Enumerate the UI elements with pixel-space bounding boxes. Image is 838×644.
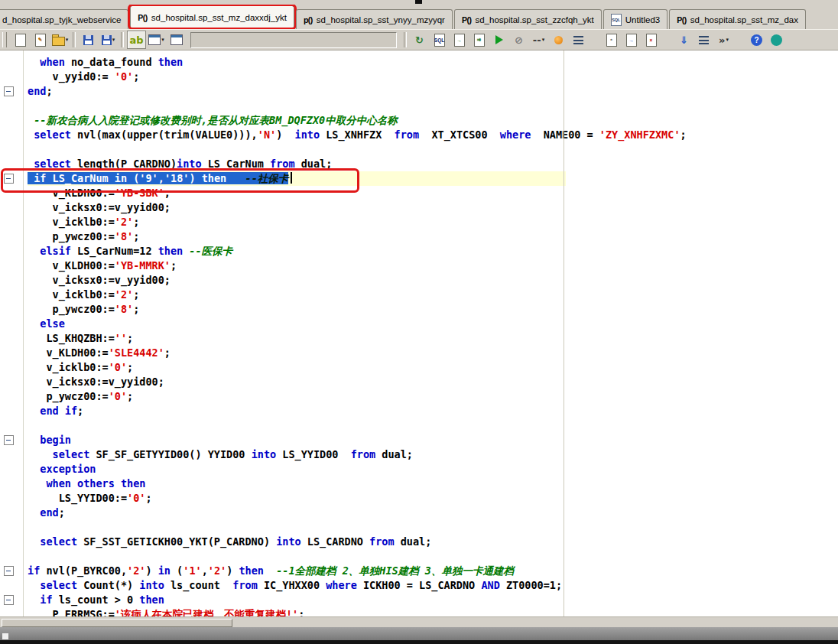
- code-line[interactable]: v_KLDH00:='YB-MMRK';: [28, 259, 566, 273]
- dropdown-caret-icon: ▾: [726, 37, 729, 43]
- comment-button[interactable]: --▾: [529, 31, 548, 49]
- code-line[interactable]: select length(P_CARDNO)into LS_CarNum fr…: [28, 157, 566, 171]
- refresh-icon: ↻: [415, 35, 424, 45]
- open-file-icon: [52, 37, 65, 46]
- breakpoint-icon: [554, 36, 563, 44]
- sql-window-button[interactable]: SQL: [430, 31, 449, 49]
- describe-button[interactable]: ab: [127, 31, 146, 49]
- code-line[interactable]: [28, 520, 566, 535]
- code-area[interactable]: when no_data_found then v_yyid0:= '0';en…: [24, 50, 838, 616]
- toolbar-gap: [734, 40, 746, 41]
- page-search-button[interactable]: ∘: [602, 31, 621, 49]
- more-button[interactable]: »▾: [714, 31, 733, 49]
- code-line[interactable]: end;: [28, 84, 566, 99]
- help-button[interactable]: ?: [747, 31, 766, 49]
- code-line[interactable]: v_icksx0:=v_yyid00;: [28, 200, 566, 215]
- dropdown-caret-icon: ▾: [66, 37, 69, 43]
- new-file-button[interactable]: [11, 31, 30, 49]
- code-line[interactable]: --新农合病人入院登记或修改费别时,是否从对应表BM_DQFZX0中取分中心名称: [28, 113, 566, 128]
- status-chip: [2, 633, 8, 639]
- code-line[interactable]: exception: [28, 462, 566, 476]
- fetch-last-button[interactable]: ⇉: [469, 31, 489, 49]
- tab-label: Untitled3: [625, 15, 660, 24]
- page-delete-icon: ×: [646, 34, 657, 47]
- save-button[interactable]: [79, 31, 98, 49]
- tab-sp-sst-ynyy-mzyyqr[interactable]: p() sd_hospital.sp_sst_ynyy_mzyyqr: [296, 9, 453, 29]
- code-line[interactable]: [28, 418, 566, 433]
- code-line[interactable]: if LS_CarNum in ('9','18') then --社保卡: [28, 171, 566, 186]
- code-line[interactable]: v_KLDH00:='SLE4442';: [28, 346, 566, 360]
- tab-sp-sst-zzcfqh-ykt[interactable]: P() sd_hospital.sp_sst_zzcfqh_ykt: [454, 9, 602, 29]
- execute-query-button[interactable]: →: [450, 31, 469, 49]
- execute-button[interactable]: [489, 31, 508, 49]
- toolbar: ✎▾▾ab▾↻SQL→⇉⊘--▾∘→×⇓»▾?: [0, 29, 838, 50]
- page-next-button[interactable]: →: [622, 31, 641, 49]
- help-icon: ?: [751, 34, 762, 46]
- split-window-button[interactable]: ▾: [147, 31, 166, 49]
- indent-icon: [573, 36, 583, 44]
- world-button[interactable]: [767, 31, 786, 49]
- gutter: [0, 50, 24, 616]
- fold-marker[interactable]: [4, 566, 14, 576]
- code-line[interactable]: P_ERRMSG:='该病人在本院已建档，不能重复建档!';: [28, 607, 566, 616]
- align-button[interactable]: [694, 31, 713, 49]
- code-line[interactable]: v_icksx0:=v_yyid00;: [28, 375, 566, 389]
- fold-marker[interactable]: [4, 435, 14, 445]
- code-line[interactable]: v_yyid0:= '0';: [28, 70, 566, 84]
- code-line[interactable]: if ls_count > 0 then: [28, 593, 566, 607]
- code-line[interactable]: end;: [28, 506, 566, 520]
- fold-marker[interactable]: [4, 174, 14, 184]
- code-line[interactable]: select SF_SST_GETICKH00_YKT(P_CARDNO) in…: [28, 535, 566, 549]
- code-line[interactable]: p_ywcz00:='0';: [28, 389, 566, 404]
- code-line[interactable]: end if;: [28, 404, 566, 418]
- code-line[interactable]: when others then: [28, 476, 566, 491]
- horizontal-scrollbar[interactable]: [0, 616, 838, 627]
- refresh-button[interactable]: ↻: [410, 31, 429, 49]
- code-line[interactable]: v_KLDH00:='YB-SBK';: [28, 186, 566, 200]
- code-line[interactable]: select SF_SF_GETYYID00() YYID00 into LS_…: [28, 447, 566, 462]
- code-line[interactable]: select Count(*) into ls_count from IC_YH…: [28, 578, 566, 593]
- tab-untitled3[interactable]: SQL Untitled3: [603, 9, 667, 29]
- code-line[interactable]: elsif LS_CarNum=12 then --医保卡: [28, 244, 566, 259]
- code-line[interactable]: v_icksx0:=v_yyid00;: [28, 273, 566, 288]
- editor[interactable]: when no_data_found then v_yyid0:= '0';en…: [0, 50, 838, 616]
- code-line[interactable]: if nvl(P_BYRC00,'2') in ('1','2') then -…: [28, 564, 566, 578]
- tab-sp-sst-mz-dax[interactable]: P() sd_hospital.sp_sst_mz_dax: [669, 9, 806, 29]
- code-line[interactable]: begin: [28, 433, 566, 447]
- scrollbar-thumb[interactable]: [2, 619, 232, 627]
- dropdown-caret-icon: ▾: [161, 37, 164, 43]
- tab-label: sd_hospital.sp_sst_ynyy_mzyyqr: [317, 15, 445, 24]
- tab-sp-sst-mz-daxxdj-ykt[interactable]: P() sd_hospital.sp_sst_mz_daxxdj_ykt: [130, 5, 294, 29]
- code-line[interactable]: LS_YYID00:='0';: [28, 491, 566, 506]
- window-selector[interactable]: [190, 32, 397, 48]
- edit-template-button[interactable]: ✎: [31, 31, 50, 49]
- code-line[interactable]: else: [28, 317, 566, 331]
- new-window-button[interactable]: [167, 31, 186, 49]
- code-line[interactable]: when no_data_found then: [28, 55, 566, 70]
- sort-button[interactable]: ⇓: [674, 31, 693, 49]
- code-line[interactable]: [28, 99, 566, 113]
- code-line[interactable]: v_icklb0:='2';: [28, 215, 566, 229]
- toolbar-gap: [589, 40, 601, 41]
- page-delete-button[interactable]: ×: [641, 31, 661, 49]
- fold-marker[interactable]: [4, 86, 14, 96]
- save-as-button[interactable]: ▾: [99, 31, 118, 49]
- code-line[interactable]: v_icklb0:='0';: [28, 360, 566, 375]
- code-line[interactable]: p_ywcz00:='8';: [28, 229, 566, 244]
- align-icon: [699, 36, 709, 44]
- code-line[interactable]: [28, 549, 566, 564]
- text-cursor: [291, 172, 292, 184]
- code-line[interactable]: [28, 142, 566, 157]
- fold-marker[interactable]: [4, 595, 14, 605]
- code-line[interactable]: p_ywcz00:='8';: [28, 302, 566, 317]
- tab-sp-tyjk-webservice[interactable]: d_hospital.sp_tyjk_webservice: [0, 9, 128, 29]
- tab-label: sd_hospital.sp_sst_mz_daxxdj_ykt: [151, 13, 287, 22]
- code-line[interactable]: v_icklb0:='2';: [28, 288, 566, 302]
- open-file-button[interactable]: ▾: [50, 31, 70, 49]
- code-line[interactable]: select nvl(max(upper(trim(VALUE0))),'N')…: [28, 128, 566, 142]
- indent-button[interactable]: [569, 31, 588, 49]
- code-line[interactable]: LS_KHQZBH:='';: [28, 331, 566, 346]
- window-edge-mark: [415, 0, 422, 4]
- break-button[interactable]: ⊘: [509, 31, 528, 49]
- breakpoint-button[interactable]: [549, 31, 568, 49]
